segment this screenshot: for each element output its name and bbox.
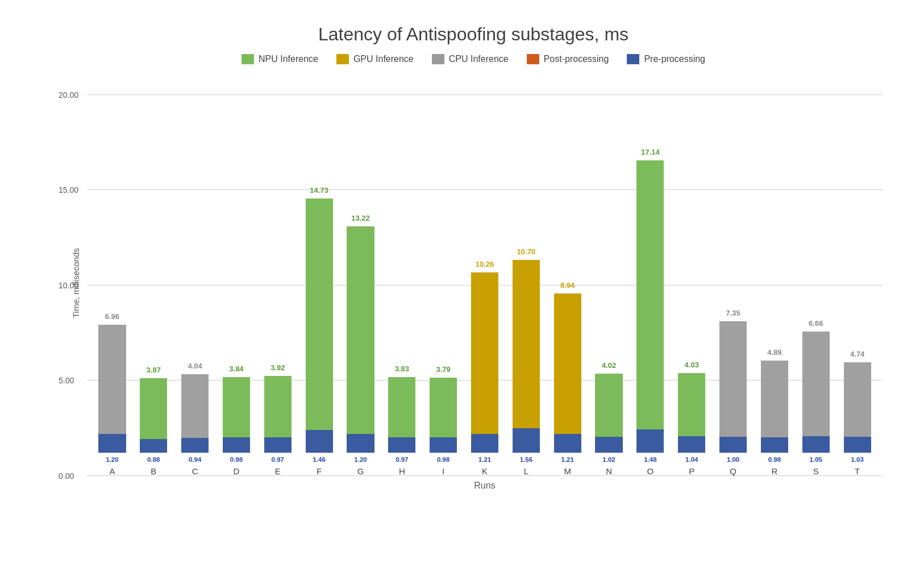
legend-item: CPU Inference (432, 54, 509, 64)
bar-stack: 0.983.84 (223, 377, 250, 453)
bar-segment-npu: 3.79 (430, 378, 457, 437)
x-axis-run-label: O (647, 466, 654, 476)
bar-segment-cpu: 4.74 (844, 362, 871, 437)
pre-processing-label: 1.20 (106, 456, 118, 463)
pre-processing-label: 0.88 (147, 456, 160, 463)
bar-stack: 0.973.92 (264, 376, 292, 453)
bar-segment-pre: 1.05 (802, 436, 830, 453)
bar-group: 0.983.79I (424, 76, 463, 476)
legend-item: NPU Inference (242, 54, 318, 64)
bar-segment-npu: 3.87 (140, 378, 167, 439)
bar-segment-cpu: 7.35 (719, 321, 747, 437)
pre-processing-label: 0.98 (230, 456, 243, 463)
bar-value-label: 3.79 (436, 365, 451, 374)
pre-processing-label: 0.98 (768, 456, 781, 463)
bar-segment-pre: 1.04 (678, 436, 705, 453)
bar-group: 1.218.94M (548, 76, 587, 476)
bar-group: 1.024.02N (589, 76, 629, 476)
legend-item: Pre-processing (627, 54, 705, 64)
bar-value-label: 7.35 (726, 309, 740, 317)
chart-inner: 0.005.0010.0015.0020.00 1.206.96A0.883.8… (87, 76, 883, 491)
pre-processing-label: 1.21 (478, 456, 491, 463)
bar-segment-npu: 4.03 (678, 373, 705, 436)
x-axis-run-label: H (399, 466, 405, 476)
bar-stack: 1.4817.14 (636, 160, 664, 453)
bar-segment-npu: 3.83 (388, 377, 415, 437)
x-axis-run-label: T (855, 466, 860, 476)
bar-segment-pre: 0.98 (430, 437, 457, 453)
pre-processing-label: 1.56 (520, 456, 532, 463)
pre-processing-label: 1.46 (313, 456, 325, 463)
bar-group: 0.973.92E (258, 76, 297, 476)
bar-value-label: 4.02 (602, 361, 616, 370)
bar-value-label: 3.83 (395, 365, 409, 373)
bar-group: 1.206.96A (93, 76, 132, 476)
bar-group: 1.044.03P (672, 76, 711, 476)
bar-stack: 1.007.35 (719, 321, 747, 453)
bar-segment-pre: 1.20 (98, 434, 126, 453)
bar-stack: 1.2110.26 (471, 272, 498, 453)
bar-segment-pre: 1.46 (306, 430, 333, 453)
bar-segment-pre: 1.21 (554, 434, 581, 453)
bar-value-label: 10.26 (476, 260, 494, 268)
bar-value-label: 4.03 (685, 361, 699, 369)
pre-processing-label: 1.03 (851, 456, 863, 463)
bar-segment-cpu: 4.04 (181, 374, 209, 438)
pre-processing-label: 0.97 (272, 456, 284, 463)
bar-stack: 1.024.02 (595, 374, 622, 453)
bar-value-label: 10.70 (517, 247, 536, 256)
bar-segment-pre: 0.98 (223, 437, 250, 453)
bar-segment-pre: 0.88 (140, 439, 167, 453)
x-axis-run-label: I (442, 466, 444, 476)
bar-segment-pre: 1.56 (513, 428, 540, 453)
pre-processing-label: 1.02 (602, 456, 615, 463)
bar-value-label: 4.89 (767, 348, 781, 357)
pre-processing-label: 1.05 (810, 456, 822, 463)
x-axis-run-label: D (234, 466, 240, 476)
grid-and-bars: 0.005.0010.0015.0020.00 1.206.96A0.883.8… (87, 76, 883, 476)
bar-segment-npu: 4.02 (595, 374, 622, 437)
bar-segment-cpu: 4.89 (761, 361, 788, 437)
bar-value-label: 13.22 (351, 214, 370, 222)
legend-item: Post-processing (527, 54, 609, 64)
y-axis-label: Time, milliseconds (64, 76, 87, 491)
bar-group: 1.5610.70L (506, 76, 546, 476)
bar-segment-pre: 0.98 (761, 437, 788, 453)
bar-stack: 1.044.03 (678, 373, 705, 453)
bar-segment-npu: 3.84 (223, 377, 250, 437)
bar-segment-cpu: 6.96 (98, 325, 126, 434)
bar-value-label: 14.73 (310, 186, 328, 195)
legend-color-box (242, 54, 254, 64)
bar-segment-pre: 1.02 (595, 437, 622, 453)
bar-value-label: 17.14 (641, 148, 660, 156)
bar-value-label: 4.04 (188, 362, 202, 370)
bar-stack: 1.034.74 (844, 362, 871, 453)
bar-group: 1.056.66S (796, 76, 835, 476)
pre-processing-label: 1.00 (727, 456, 739, 463)
bar-stack: 1.4614.73 (306, 198, 333, 453)
legend-item: GPU Inference (336, 54, 414, 64)
bar-stack: 0.883.87 (140, 378, 167, 453)
legend-label: NPU Inference (259, 54, 318, 64)
bar-value-label: 3.92 (270, 363, 285, 372)
x-axis-run-label: F (317, 466, 322, 476)
bar-group: 0.973.83H (382, 76, 422, 476)
pre-processing-label: 0.97 (396, 456, 408, 463)
bar-segment-npu: 13.22 (347, 226, 374, 434)
bar-stack: 0.973.83 (388, 377, 415, 453)
bar-segment-pre: 1.21 (471, 434, 498, 453)
x-axis-run-label: Q (730, 466, 736, 476)
x-axis-title: Runs (87, 481, 883, 491)
bar-group: 0.984.89R (755, 76, 794, 476)
bar-stack: 0.984.89 (761, 361, 788, 453)
x-axis-run-label: C (192, 466, 198, 476)
bar-segment-pre: 1.48 (636, 429, 664, 453)
bar-segment-gpu: 10.26 (471, 272, 498, 433)
bar-value-label: 3.87 (147, 366, 161, 374)
chart-title: Latency of Antispoofing substages, ms (64, 24, 883, 45)
x-axis-run-label: L (524, 466, 528, 476)
legend-color-box (627, 54, 639, 64)
bar-segment-npu: 14.73 (306, 198, 333, 430)
x-axis-run-label: A (109, 466, 115, 476)
pre-processing-label: 1.04 (685, 456, 698, 463)
